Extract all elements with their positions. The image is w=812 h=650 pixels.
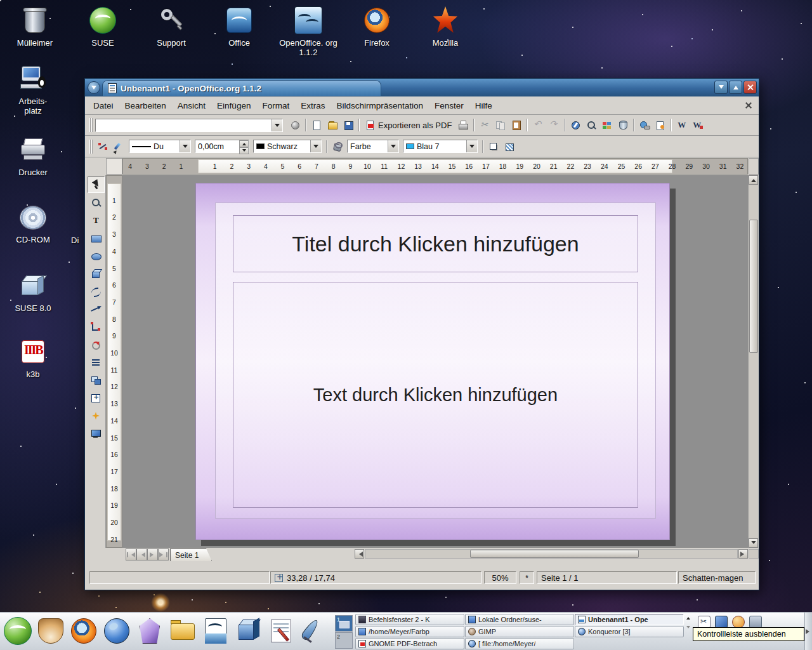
open-icon[interactable] bbox=[324, 118, 340, 133]
desktop-icon-office[interactable]: Office bbox=[209, 5, 270, 48]
arrange-tool[interactable] bbox=[88, 372, 105, 388]
toolbar-handle[interactable] bbox=[89, 140, 93, 154]
interact-tool[interactable] bbox=[88, 425, 105, 442]
menu-bildschirmpraesentation[interactable]: Bildschirmpräsentation bbox=[331, 99, 429, 112]
ellip-tool[interactable] bbox=[88, 248, 105, 264]
spin-down-button[interactable] bbox=[239, 147, 249, 154]
menu-datei[interactable]: Datei bbox=[88, 99, 119, 112]
desktop-icon-support[interactable]: Support bbox=[141, 5, 202, 48]
text-tool[interactable] bbox=[88, 212, 105, 229]
area-style-icon[interactable] bbox=[501, 139, 517, 154]
newdoc-icon[interactable] bbox=[308, 118, 324, 133]
effects-tool[interactable] bbox=[88, 408, 105, 424]
text-placeholder[interactable]: Text durch Klicken hinzufügen bbox=[233, 282, 638, 508]
zoomicon-icon[interactable] bbox=[583, 118, 599, 133]
menu-hilfe[interactable]: Hilfe bbox=[469, 99, 498, 112]
slide[interactable]: Titel durch Klicken hinzufügen Text durc… bbox=[195, 183, 670, 540]
align-tool[interactable] bbox=[88, 354, 105, 371]
spin-up-button[interactable] bbox=[239, 140, 249, 147]
insert-tool[interactable] bbox=[88, 390, 105, 406]
line-color-select[interactable]: Schwarz bbox=[253, 140, 322, 153]
menu-bearbeiten[interactable]: Bearbeiten bbox=[119, 99, 172, 112]
ooo-launcher[interactable] bbox=[200, 616, 231, 646]
combo-arrow-icon[interactable] bbox=[466, 140, 477, 152]
stylist-icon[interactable] bbox=[652, 118, 668, 133]
page-tab[interactable]: Seite 1 bbox=[170, 548, 212, 561]
horizontal-scrollbar[interactable] bbox=[365, 549, 738, 559]
task-button[interactable]: Befehlsfenster 2 - K bbox=[355, 614, 464, 625]
folder-launcher[interactable] bbox=[167, 616, 198, 646]
konsole-launcher[interactable] bbox=[36, 616, 66, 646]
desktop-icon-drucker[interactable]: Drucker bbox=[3, 135, 63, 177]
desktop-icon-cdrom[interactable]: CD-ROM bbox=[3, 202, 63, 244]
line-dialog-icon[interactable] bbox=[111, 139, 127, 154]
editor-launcher[interactable] bbox=[299, 616, 330, 646]
prev-page-button[interactable] bbox=[136, 548, 147, 560]
kontact-launcher[interactable] bbox=[134, 616, 165, 646]
last-page-button[interactable] bbox=[158, 548, 169, 560]
desktop-icon-mozilla[interactable]: Mozilla bbox=[415, 5, 476, 48]
desktop-icon-suse[interactable]: SUSE bbox=[72, 5, 133, 48]
desktop-icon-suse80[interactable]: SUSE 8.0 bbox=[3, 270, 63, 313]
display-icon[interactable] bbox=[715, 616, 728, 628]
minimize-button[interactable] bbox=[714, 81, 728, 94]
close-document-icon[interactable] bbox=[743, 100, 754, 110]
desktop-icon-firefox[interactable]: Firefox bbox=[346, 5, 407, 48]
url-combobox[interactable] bbox=[95, 119, 283, 132]
datasource-icon[interactable] bbox=[615, 118, 631, 133]
task-scroll-up-icon[interactable] bbox=[686, 615, 690, 620]
task-button[interactable]: [ file:/home/Meyer/ bbox=[465, 638, 574, 649]
copy-icon[interactable] bbox=[492, 118, 508, 133]
desktop-icon-openoffice[interactable]: OpenOffice. org 1.1.2 bbox=[278, 5, 339, 57]
task-button[interactable]: GIMP bbox=[465, 626, 574, 637]
start-menu-button[interactable] bbox=[3, 616, 33, 646]
panel-hide-button[interactable] bbox=[804, 613, 812, 650]
fill-bucket-icon[interactable] bbox=[329, 139, 345, 154]
fill-type-select[interactable]: Farbe bbox=[347, 140, 399, 153]
next-page-button[interactable] bbox=[147, 548, 158, 560]
hyperlink-icon[interactable] bbox=[636, 118, 652, 133]
scroll-up-button[interactable] bbox=[749, 175, 758, 185]
task-button[interactable]: GNOME PDF-Betrach bbox=[355, 638, 464, 649]
select-tool[interactable] bbox=[88, 176, 105, 193]
horizontal-ruler[interactable]: 4321123456789101112131415161718192021222… bbox=[122, 158, 748, 175]
zoom-level[interactable]: 50% bbox=[484, 571, 516, 584]
combo-arrow-icon[interactable] bbox=[310, 140, 321, 152]
task-scroll-down-icon[interactable] bbox=[686, 626, 690, 630]
combo-arrow-icon[interactable] bbox=[180, 140, 190, 152]
horizontal-scrollbar-thumb[interactable] bbox=[470, 550, 639, 558]
task-button[interactable]: Konqueror [3] bbox=[575, 626, 684, 637]
rect-tool[interactable] bbox=[88, 230, 105, 246]
menu-einfuegen[interactable]: Einfügen bbox=[211, 99, 256, 112]
undo-icon[interactable] bbox=[530, 118, 546, 133]
rotate-tool[interactable] bbox=[88, 336, 105, 353]
pager-desktop-2[interactable]: 2 bbox=[335, 632, 353, 649]
desktop-icon-arbeitsplatz[interactable]: Arbeits- platz bbox=[3, 63, 63, 116]
slide-canvas[interactable]: Titel durch Klicken hinzufügen Text durc… bbox=[122, 175, 748, 548]
save-icon[interactable] bbox=[340, 118, 356, 133]
organizer-icon[interactable] bbox=[732, 616, 745, 628]
menu-extras[interactable]: Extras bbox=[295, 99, 331, 112]
navigator-icon[interactable] bbox=[567, 118, 583, 133]
obj3d-tool[interactable] bbox=[88, 265, 105, 282]
cube-launcher[interactable] bbox=[233, 616, 264, 646]
line-width-input[interactable]: 0,00cm bbox=[195, 140, 249, 153]
print-icon[interactable] bbox=[455, 118, 471, 133]
combo-arrow-icon[interactable] bbox=[388, 140, 398, 152]
export-pdf-label[interactable]: Exportieren als PDF bbox=[378, 121, 452, 130]
menu-fenster[interactable]: Fenster bbox=[429, 99, 469, 112]
cut-icon[interactable] bbox=[476, 118, 492, 133]
menu-ansicht[interactable]: Ansicht bbox=[172, 99, 211, 112]
curve-tool[interactable] bbox=[88, 283, 105, 300]
stop-icon[interactable] bbox=[287, 118, 303, 133]
klipper-icon[interactable] bbox=[698, 616, 710, 628]
task-button[interactable]: /home/Meyer/Farbp bbox=[355, 626, 464, 637]
scroll-right-button[interactable] bbox=[738, 549, 748, 559]
conn-tool[interactable] bbox=[88, 319, 105, 335]
gluepoints-icon[interactable] bbox=[95, 139, 111, 154]
close-button[interactable] bbox=[743, 81, 757, 94]
fill-color-select[interactable]: Blau 7 bbox=[403, 140, 478, 153]
scroll-down-button[interactable] bbox=[749, 538, 758, 548]
word2-icon[interactable] bbox=[690, 118, 705, 133]
maximize-button[interactable] bbox=[729, 81, 742, 94]
